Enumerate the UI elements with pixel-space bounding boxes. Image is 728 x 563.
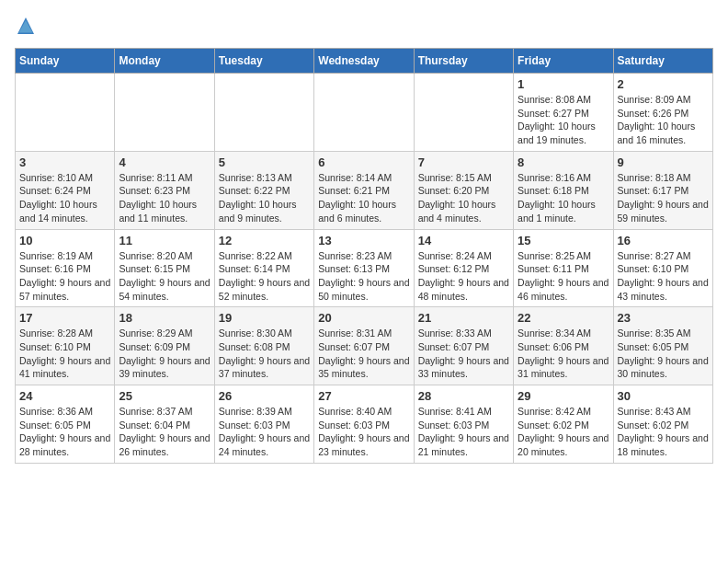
day-info: Sunrise: 8:20 AM Sunset: 6:15 PM Dayligh…: [119, 249, 210, 304]
days-of-week-row: SundayMondayTuesdayWednesdayThursdayFrid…: [16, 49, 713, 74]
dow-header: Monday: [115, 49, 214, 74]
day-info: Sunrise: 8:25 AM Sunset: 6:11 PM Dayligh…: [518, 249, 609, 304]
day-info: Sunrise: 8:40 AM Sunset: 6:03 PM Dayligh…: [318, 405, 409, 459]
calendar-cell: 12Sunrise: 8:22 AM Sunset: 6:14 PM Dayli…: [214, 229, 313, 307]
calendar-cell: 19Sunrise: 8:30 AM Sunset: 6:08 PM Dayli…: [214, 307, 313, 385]
dow-header: Tuesday: [214, 49, 313, 74]
day-info: Sunrise: 8:34 AM Sunset: 6:06 PM Dayligh…: [518, 327, 609, 381]
calendar-body: 1Sunrise: 8:08 AM Sunset: 6:27 PM Daylig…: [16, 74, 713, 464]
day-info: Sunrise: 8:19 AM Sunset: 6:16 PM Dayligh…: [19, 249, 110, 304]
day-info: Sunrise: 8:29 AM Sunset: 6:09 PM Dayligh…: [119, 327, 210, 381]
calendar-cell: 1Sunrise: 8:08 AM Sunset: 6:27 PM Daylig…: [514, 74, 613, 152]
dow-header: Friday: [514, 49, 613, 74]
day-number: 15: [518, 234, 609, 247]
calendar-cell: 21Sunrise: 8:33 AM Sunset: 6:07 PM Dayli…: [414, 307, 513, 385]
day-number: 29: [518, 389, 609, 403]
calendar-cell: [314, 74, 414, 152]
calendar-cell: 25Sunrise: 8:37 AM Sunset: 6:04 PM Dayli…: [115, 385, 214, 464]
day-number: 2: [618, 77, 709, 91]
calendar: SundayMondayTuesdayWednesdayThursdayFrid…: [15, 48, 713, 464]
calendar-cell: 28Sunrise: 8:41 AM Sunset: 6:03 PM Dayli…: [414, 385, 513, 464]
calendar-cell: 11Sunrise: 8:20 AM Sunset: 6:15 PM Dayli…: [115, 229, 214, 307]
day-number: 20: [318, 311, 409, 325]
calendar-cell: 8Sunrise: 8:16 AM Sunset: 6:18 PM Daylig…: [514, 151, 613, 229]
logo-icon: [15, 15, 37, 37]
day-number: 18: [119, 311, 210, 325]
calendar-cell: 18Sunrise: 8:29 AM Sunset: 6:09 PM Dayli…: [115, 307, 214, 385]
day-number: 4: [119, 155, 210, 169]
day-number: 19: [219, 311, 310, 325]
day-info: Sunrise: 8:33 AM Sunset: 6:07 PM Dayligh…: [418, 327, 509, 381]
day-info: Sunrise: 8:13 AM Sunset: 6:22 PM Dayligh…: [219, 171, 310, 225]
logo: [15, 15, 40, 37]
dow-header: Wednesday: [314, 49, 414, 74]
calendar-cell: 27Sunrise: 8:40 AM Sunset: 6:03 PM Dayli…: [314, 385, 414, 464]
calendar-cell: [16, 74, 115, 152]
day-info: Sunrise: 8:27 AM Sunset: 6:10 PM Dayligh…: [618, 249, 709, 304]
calendar-cell: 15Sunrise: 8:25 AM Sunset: 6:11 PM Dayli…: [514, 229, 613, 307]
dow-header: Saturday: [613, 49, 712, 74]
calendar-cell: 6Sunrise: 8:14 AM Sunset: 6:21 PM Daylig…: [314, 151, 414, 229]
day-number: 28: [418, 389, 509, 403]
calendar-week-row: 17Sunrise: 8:28 AM Sunset: 6:10 PM Dayli…: [16, 307, 713, 385]
day-number: 25: [119, 389, 210, 403]
calendar-cell: 17Sunrise: 8:28 AM Sunset: 6:10 PM Dayli…: [16, 307, 115, 385]
day-info: Sunrise: 8:23 AM Sunset: 6:13 PM Dayligh…: [318, 249, 409, 304]
calendar-cell: 9Sunrise: 8:18 AM Sunset: 6:17 PM Daylig…: [613, 151, 712, 229]
day-info: Sunrise: 8:31 AM Sunset: 6:07 PM Dayligh…: [318, 327, 409, 381]
day-number: 11: [119, 234, 210, 247]
calendar-cell: [414, 74, 513, 152]
day-info: Sunrise: 8:09 AM Sunset: 6:26 PM Dayligh…: [618, 93, 709, 147]
day-number: 7: [418, 155, 509, 169]
day-number: 27: [318, 389, 409, 403]
day-number: 22: [518, 311, 609, 325]
day-info: Sunrise: 8:41 AM Sunset: 6:03 PM Dayligh…: [418, 405, 509, 459]
day-info: Sunrise: 8:08 AM Sunset: 6:27 PM Dayligh…: [518, 93, 609, 147]
day-info: Sunrise: 8:39 AM Sunset: 6:03 PM Dayligh…: [219, 405, 310, 459]
calendar-cell: 29Sunrise: 8:42 AM Sunset: 6:02 PM Dayli…: [514, 385, 613, 464]
day-number: 23: [618, 311, 709, 325]
day-info: Sunrise: 8:43 AM Sunset: 6:02 PM Dayligh…: [618, 405, 709, 459]
page-header: [15, 15, 713, 37]
calendar-week-row: 3Sunrise: 8:10 AM Sunset: 6:24 PM Daylig…: [16, 151, 713, 229]
day-number: 21: [418, 311, 509, 325]
day-info: Sunrise: 8:10 AM Sunset: 6:24 PM Dayligh…: [19, 171, 110, 225]
calendar-cell: 23Sunrise: 8:35 AM Sunset: 6:05 PM Dayli…: [613, 307, 712, 385]
calendar-week-row: 10Sunrise: 8:19 AM Sunset: 6:16 PM Dayli…: [16, 229, 713, 307]
dow-header: Thursday: [414, 49, 513, 74]
day-number: 5: [219, 155, 310, 169]
day-info: Sunrise: 8:36 AM Sunset: 6:05 PM Dayligh…: [19, 405, 110, 459]
calendar-cell: 16Sunrise: 8:27 AM Sunset: 6:10 PM Dayli…: [613, 229, 712, 307]
calendar-cell: 20Sunrise: 8:31 AM Sunset: 6:07 PM Dayli…: [314, 307, 414, 385]
day-number: 14: [418, 234, 509, 247]
day-number: 3: [19, 155, 110, 169]
calendar-cell: 24Sunrise: 8:36 AM Sunset: 6:05 PM Dayli…: [16, 385, 115, 464]
calendar-cell: [214, 74, 313, 152]
day-number: 26: [219, 389, 310, 403]
calendar-cell: 30Sunrise: 8:43 AM Sunset: 6:02 PM Dayli…: [613, 385, 712, 464]
calendar-week-row: 24Sunrise: 8:36 AM Sunset: 6:05 PM Dayli…: [16, 385, 713, 464]
day-number: 16: [618, 234, 709, 247]
day-info: Sunrise: 8:18 AM Sunset: 6:17 PM Dayligh…: [618, 171, 709, 225]
calendar-cell: [115, 74, 214, 152]
day-number: 8: [518, 155, 609, 169]
calendar-cell: 13Sunrise: 8:23 AM Sunset: 6:13 PM Dayli…: [314, 229, 414, 307]
day-info: Sunrise: 8:11 AM Sunset: 6:23 PM Dayligh…: [119, 171, 210, 225]
calendar-cell: 2Sunrise: 8:09 AM Sunset: 6:26 PM Daylig…: [613, 74, 712, 152]
day-info: Sunrise: 8:16 AM Sunset: 6:18 PM Dayligh…: [518, 171, 609, 225]
day-info: Sunrise: 8:28 AM Sunset: 6:10 PM Dayligh…: [19, 327, 110, 381]
day-number: 13: [318, 234, 409, 247]
day-info: Sunrise: 8:24 AM Sunset: 6:12 PM Dayligh…: [418, 249, 509, 304]
calendar-cell: 26Sunrise: 8:39 AM Sunset: 6:03 PM Dayli…: [214, 385, 313, 464]
day-info: Sunrise: 8:22 AM Sunset: 6:14 PM Dayligh…: [219, 249, 310, 304]
day-info: Sunrise: 8:15 AM Sunset: 6:20 PM Dayligh…: [418, 171, 509, 225]
day-number: 9: [618, 155, 709, 169]
dow-header: Sunday: [16, 49, 115, 74]
calendar-cell: 4Sunrise: 8:11 AM Sunset: 6:23 PM Daylig…: [115, 151, 214, 229]
day-number: 1: [518, 77, 609, 91]
svg-marker-1: [19, 20, 33, 33]
calendar-week-row: 1Sunrise: 8:08 AM Sunset: 6:27 PM Daylig…: [16, 74, 713, 152]
day-number: 10: [19, 234, 110, 247]
calendar-cell: 14Sunrise: 8:24 AM Sunset: 6:12 PM Dayli…: [414, 229, 513, 307]
day-info: Sunrise: 8:14 AM Sunset: 6:21 PM Dayligh…: [318, 171, 409, 225]
